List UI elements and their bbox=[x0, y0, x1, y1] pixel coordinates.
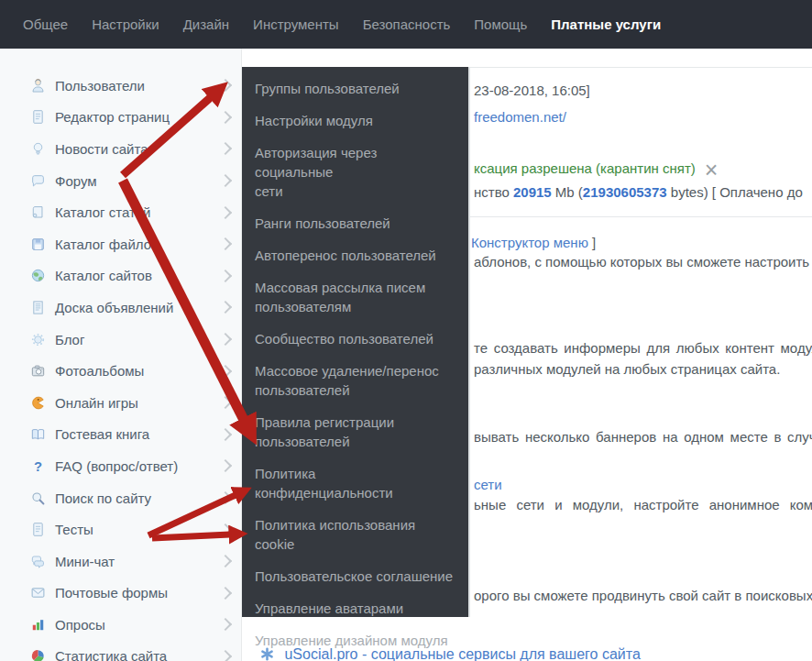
text-line: орого вы сможете продвинуть свой сайт в … bbox=[474, 588, 812, 603]
text-line: ьные сети и модули, настройте анонимное … bbox=[474, 497, 812, 512]
date-line: 23-08-2018, 16:05] bbox=[474, 83, 590, 98]
sidebar-item[interactable]: Опросы bbox=[0, 609, 241, 641]
chevron-right-icon bbox=[219, 142, 232, 155]
articles-icon bbox=[30, 204, 46, 220]
sidebar-item-label: Доска объявлений bbox=[55, 300, 173, 315]
sidebar-item[interactable]: Блог bbox=[0, 324, 241, 356]
chevron-right-icon bbox=[219, 79, 232, 92]
sidebar-item[interactable]: Онлайн игры bbox=[0, 387, 241, 419]
sidebar-item[interactable]: Фотоальбомы bbox=[0, 355, 241, 387]
chevron-right-icon bbox=[219, 365, 232, 378]
link[interactable]: сети bbox=[474, 477, 502, 492]
submenu-item[interactable]: Настройки модуля bbox=[255, 111, 454, 130]
link[interactable]: Конструктор меню bbox=[471, 235, 588, 250]
menu-builder-line: Конструктор меню ] bbox=[471, 235, 596, 250]
nav-item[interactable]: Инструменты bbox=[253, 17, 339, 32]
chevron-right-icon bbox=[219, 459, 232, 472]
text: ] bbox=[588, 235, 596, 250]
sidebar-item-label: Статистика сайта bbox=[55, 648, 167, 661]
sidebar-item[interactable]: Гостевая книга bbox=[0, 419, 241, 451]
chevron-right-icon bbox=[219, 396, 232, 409]
submenu-item[interactable]: Ранги пользователей bbox=[255, 214, 454, 233]
news-icon bbox=[30, 141, 46, 157]
submenu-item[interactable]: Политика использования cookie bbox=[255, 515, 454, 554]
submenu-item[interactable]: Политика конфиденциальности bbox=[255, 464, 454, 502]
chevron-right-icon bbox=[219, 428, 232, 441]
submenu-item[interactable]: Пользовательское соглашение bbox=[255, 567, 454, 586]
blog-icon bbox=[30, 332, 46, 347]
submenu-item[interactable]: Авторизация через социальные сети bbox=[255, 143, 454, 201]
minichat-icon bbox=[30, 554, 46, 569]
nav-item[interactable]: Настройки bbox=[92, 17, 159, 32]
chevron-right-icon bbox=[219, 555, 232, 567]
chevron-right-icon bbox=[219, 587, 232, 600]
sidebar-item[interactable]: Пользователи bbox=[0, 70, 241, 102]
submenu-item[interactable]: Сообщество пользователей bbox=[255, 329, 454, 348]
sidebar-item[interactable]: Новости сайта bbox=[0, 133, 241, 165]
text-line: те создавать информеры для любых контент… bbox=[474, 340, 812, 356]
board-icon bbox=[30, 300, 46, 315]
sidebar-item[interactable]: Мини-чат bbox=[0, 545, 241, 578]
files-icon bbox=[30, 237, 46, 252]
nav-item[interactable]: Общее bbox=[23, 17, 68, 32]
text: те создавать информеры для любых контент… bbox=[474, 340, 812, 356]
users-icon bbox=[30, 78, 46, 94]
sidebar-item[interactable]: Каталог файлов bbox=[0, 228, 241, 260]
sidebar-item-label: Мини-чат bbox=[55, 554, 115, 569]
indexing-status-line: ксация разрешена (карантин снят)× bbox=[474, 160, 718, 176]
sidebar: ПользователиРедактор страницНовости сайт… bbox=[0, 49, 242, 661]
chevron-right-icon bbox=[219, 523, 232, 536]
photos-icon bbox=[30, 363, 46, 379]
chevron-right-icon bbox=[219, 237, 232, 250]
sidebar-item[interactable]: Статистика сайта bbox=[0, 641, 241, 661]
nav-item[interactable]: Безопасность bbox=[363, 17, 451, 32]
guestbook-icon bbox=[30, 426, 46, 442]
text: 21930605373 bbox=[583, 184, 667, 200]
text: ксация разрешена (карантин снят) bbox=[474, 160, 696, 176]
chevron-right-icon bbox=[219, 301, 232, 314]
sidebar-item[interactable]: Форум bbox=[0, 165, 241, 197]
sidebar-item-label: FAQ (вопрос/ответ) bbox=[55, 458, 178, 474]
text: 20915 bbox=[513, 184, 552, 200]
content-top-border bbox=[470, 67, 812, 68]
sidebar-item-label: Редактор страниц bbox=[55, 109, 170, 125]
link[interactable]: freedomen.net/ bbox=[474, 109, 566, 125]
sidebar-item-label: Каталог сайтов bbox=[55, 268, 152, 283]
submenu-item[interactable]: Автоперенос пользователей bbox=[255, 246, 454, 265]
sidebar-item[interactable]: Редактор страниц bbox=[0, 102, 241, 134]
sidebar-item-label: Почтовые формы bbox=[55, 585, 168, 600]
chevron-right-icon bbox=[219, 618, 232, 631]
disk-space-line: нство 20915 Mb (21930605373 bytes) [ Опл… bbox=[474, 184, 803, 200]
nav-item[interactable]: Помощь bbox=[474, 17, 527, 32]
faq-icon bbox=[30, 458, 46, 474]
chevron-right-icon bbox=[219, 491, 232, 504]
mailforms-icon bbox=[30, 585, 46, 600]
sidebar-item[interactable]: Каталог сайтов bbox=[0, 260, 241, 292]
sidebar-item-label: Онлайн игры bbox=[55, 395, 138, 411]
content-divider bbox=[470, 216, 812, 217]
submenu-item[interactable]: Массовая рассылка писем пользователям bbox=[255, 278, 454, 316]
submenu-item[interactable]: Массовое удаление/перенос пользователей bbox=[255, 361, 454, 400]
submenu-item[interactable]: Группы пользователей bbox=[255, 79, 454, 98]
stats-icon bbox=[30, 648, 46, 661]
close-icon[interactable]: × bbox=[705, 164, 719, 175]
sidebar-item[interactable]: Почтовые формы bbox=[0, 578, 241, 610]
nav-item[interactable]: Дизайн bbox=[183, 17, 229, 32]
submenu-item[interactable]: Управление дизайном модуля bbox=[255, 631, 454, 650]
text: аблонов, с помощью которых вы сможете на… bbox=[474, 254, 809, 270]
link-line: сети bbox=[474, 477, 502, 492]
sidebar-item[interactable]: Тесты bbox=[0, 513, 241, 545]
nav-item[interactable]: Платные услуги bbox=[551, 17, 661, 32]
sidebar-item[interactable]: Доска объявлений bbox=[0, 292, 241, 324]
sidebar-item-label: Форум bbox=[55, 173, 97, 189]
chevron-right-icon bbox=[219, 206, 232, 219]
text: различных модулей на любых страницах сай… bbox=[474, 361, 780, 377]
sidebar-item[interactable]: Каталог статей bbox=[0, 196, 241, 228]
sidebar-item[interactable]: Поиск по сайту bbox=[0, 482, 241, 514]
sidebar-item-label: Гостевая книга bbox=[55, 426, 149, 442]
submenu-item[interactable]: Управление аватарами bbox=[255, 599, 454, 618]
text: bytes) [ Оплачено до bbox=[667, 184, 803, 200]
chevron-right-icon bbox=[219, 174, 232, 187]
sidebar-item[interactable]: FAQ (вопрос/ответ) bbox=[0, 450, 241, 482]
submenu-item[interactable]: Правила регистрации пользователей bbox=[255, 413, 454, 451]
